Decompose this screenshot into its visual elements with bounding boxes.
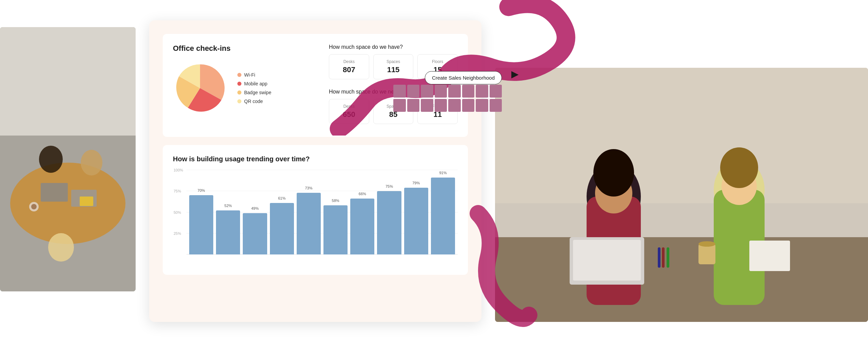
bar: 58%: [323, 205, 348, 254]
wifi-label: Wi-Fi: [244, 72, 255, 78]
grid-label-50: 50%: [174, 210, 181, 214]
bar: 70%: [189, 195, 213, 254]
grid-cell: [407, 85, 420, 98]
bar-value-label: 91%: [439, 171, 447, 175]
right-photo: [495, 68, 868, 322]
svg-rect-14: [495, 237, 868, 322]
grid-cell: [421, 85, 433, 98]
mobile-dot: [237, 82, 241, 86]
bars-container: 70%52%49%61%73%58%66%75%79%91%: [186, 170, 458, 254]
svg-rect-30: [749, 241, 790, 271]
svg-rect-9: [80, 197, 93, 206]
grid-cell: [476, 85, 488, 98]
grid-cell: [435, 85, 447, 98]
grid-cell: [407, 99, 420, 112]
svg-rect-29: [667, 247, 669, 268]
svg-point-11: [31, 204, 37, 209]
svg-rect-1: [0, 27, 136, 136]
bar-value-label: 79%: [412, 181, 420, 185]
svg-rect-24: [573, 240, 641, 281]
grid-cell: [448, 85, 461, 98]
pie-container: Wi-Fi Mobile app Badge swipe QR code: [173, 61, 315, 115]
bar: 73%: [297, 193, 321, 255]
grid-cell: [490, 99, 502, 112]
grid-cell: [462, 85, 475, 98]
svg-rect-27: [658, 247, 660, 268]
svg-rect-25: [698, 244, 715, 264]
legend: Wi-Fi Mobile app Badge swipe QR code: [237, 72, 271, 104]
bar-section: How is building usage trending over time…: [163, 145, 468, 275]
dashboard-card: Office check-ins Wi-Fi: [149, 20, 481, 322]
bar: 61%: [270, 203, 294, 255]
create-sales-neighborhood-button[interactable]: Create Sales Neighborhood: [425, 71, 502, 84]
grid-label-75: 75%: [174, 189, 181, 193]
need-desks-box: Desks 650: [329, 99, 369, 124]
legend-item-badge: Badge swipe: [237, 90, 271, 95]
bar: 91%: [431, 178, 455, 255]
legend-item-wifi: Wi-Fi: [237, 72, 271, 78]
have-desks-box: Desks 807: [329, 54, 369, 79]
qr-label: QR code: [244, 99, 263, 104]
checkins-title: Office check-ins: [173, 44, 315, 53]
have-floors-label: Floors: [423, 59, 452, 64]
pie-chart: [173, 61, 227, 115]
bar-value-label: 66%: [359, 192, 366, 196]
have-desks-label: Desks: [335, 59, 363, 64]
wifi-dot: [237, 73, 241, 77]
cursor: ▶: [511, 69, 519, 79]
bar-value-label: 73%: [305, 186, 312, 190]
svg-point-7: [81, 150, 102, 176]
bar-wrapper: 79%: [404, 170, 428, 254]
bar-wrapper: 49%: [243, 170, 267, 254]
bar-chart-title: How is building usage trending over time…: [173, 155, 458, 163]
svg-point-6: [39, 146, 63, 173]
grid-label-25: 25%: [174, 231, 181, 235]
have-desks-value: 807: [335, 65, 363, 74]
bar-wrapper: 70%: [189, 170, 213, 254]
svg-rect-13: [495, 68, 868, 203]
svg-rect-28: [662, 247, 665, 268]
bar-value-label: 75%: [386, 184, 393, 188]
badge-label: Badge swipe: [244, 90, 271, 95]
have-spaces-label: Spaces: [379, 59, 408, 64]
legend-item-qr: QR code: [237, 99, 271, 104]
bar-wrapper: 91%: [431, 170, 455, 254]
have-spaces-value: 115: [379, 65, 408, 74]
svg-rect-4: [41, 183, 68, 202]
bar: 52%: [216, 210, 240, 254]
qr-dot: [237, 99, 241, 103]
bar-wrapper: 61%: [270, 170, 294, 254]
svg-point-3: [10, 163, 125, 244]
grid-cell: [435, 99, 447, 112]
mobile-label: Mobile app: [244, 81, 268, 86]
checkins-left: Office check-ins Wi-Fi: [173, 44, 315, 127]
grid-cell: [393, 99, 406, 112]
have-spaces-box: Spaces 115: [373, 54, 414, 79]
bar-value-label: 58%: [332, 199, 339, 203]
svg-point-22: [720, 147, 758, 188]
need-desks-label: Desks: [335, 104, 363, 109]
left-photo: [0, 27, 136, 291]
bar: 75%: [377, 191, 401, 255]
space-have-title: How much space do we have?: [329, 44, 458, 50]
bar-value-label: 49%: [251, 206, 259, 210]
bar-value-label: 61%: [278, 196, 285, 200]
svg-point-8: [48, 233, 74, 262]
neighborhood-grid: [393, 85, 502, 112]
grid-label-100: 100%: [174, 168, 183, 172]
grid-cell: [421, 99, 433, 112]
bar-value-label: 52%: [224, 204, 232, 208]
grid-cell: [490, 85, 502, 98]
bar-value-label: 70%: [198, 188, 205, 192]
grid-cell: [393, 85, 406, 98]
bar-wrapper: 75%: [377, 170, 401, 254]
bar-chart-area: 100% 75% 50% 25% 70%52%49%61%73%58%66%75…: [173, 170, 458, 265]
legend-item-mobile: Mobile app: [237, 81, 271, 86]
grid-cell: [448, 99, 461, 112]
bar: 49%: [243, 213, 267, 255]
bar-wrapper: 73%: [297, 170, 321, 254]
bar-wrapper: 52%: [216, 170, 240, 254]
grid-cell: [462, 99, 475, 112]
bar: 79%: [404, 188, 428, 255]
svg-point-26: [698, 241, 715, 247]
